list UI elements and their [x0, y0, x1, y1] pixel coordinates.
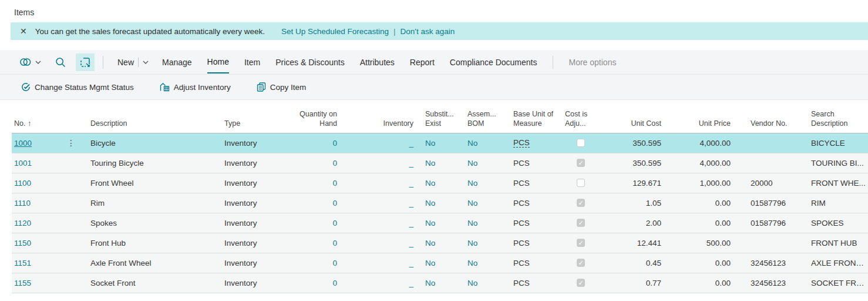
col-header-inventory[interactable]: Inventory [339, 119, 416, 132]
item-description[interactable]: Front Hub [88, 239, 222, 248]
col-header-substitutes-exist[interactable]: Substit... Exist [416, 109, 458, 133]
tab-home[interactable]: Home [207, 51, 229, 73]
item-no-link[interactable]: 1155 [14, 279, 31, 287]
assembly-bom-link[interactable]: No [458, 179, 504, 188]
item-no-link[interactable]: 1000 [14, 139, 32, 148]
unit-cost: 0.77 [599, 279, 664, 287]
substitutes-exist-link[interactable]: No [416, 279, 458, 287]
search-description: RIM [806, 199, 868, 208]
table-row[interactable]: 1151 Axle Front Wheel Inventory 0 _ No N… [12, 253, 868, 273]
assembly-bom-link[interactable]: No [458, 199, 504, 208]
inventory-link[interactable]: _ [339, 279, 416, 287]
new-button[interactable]: New [117, 58, 149, 67]
item-description[interactable]: Bicycle [88, 139, 222, 148]
item-no-link[interactable]: 1151 [14, 259, 31, 267]
close-icon[interactable]: ✕ [20, 26, 27, 36]
assembly-bom-link[interactable]: No [458, 139, 504, 148]
tab-manage[interactable]: Manage [162, 52, 192, 73]
item-description[interactable]: Front Wheel [88, 179, 222, 188]
more-options-button[interactable]: More options [568, 58, 616, 67]
col-header-quantity-on-hand[interactable]: Quantity on Hand [281, 109, 339, 133]
item-description[interactable]: Axle Front Wheel [88, 259, 222, 267]
inventory-link[interactable]: _ [339, 199, 416, 208]
substitutes-exist-link[interactable]: No [416, 139, 458, 148]
item-no-link[interactable]: 1110 [14, 199, 31, 208]
item-type: Inventory [222, 239, 281, 248]
base-unit-of-measure[interactable]: PCS [504, 159, 563, 168]
setup-forecasting-link[interactable]: Set Up Scheduled Forecasting [281, 27, 389, 36]
quantity-on-hand-link[interactable]: 0 [281, 199, 339, 208]
col-header-type[interactable]: Type [222, 119, 281, 132]
tab-report[interactable]: Report [410, 52, 435, 73]
base-unit-of-measure[interactable]: PCS [504, 259, 563, 267]
inventory-link[interactable]: _ [339, 179, 416, 188]
item-description[interactable]: Socket Front [88, 279, 222, 287]
quantity-on-hand-link[interactable]: 0 [281, 159, 339, 168]
tab-prices-discounts[interactable]: Prices & Discounts [275, 52, 344, 73]
quantity-on-hand-link[interactable]: 0 [281, 239, 339, 248]
item-no-link[interactable]: 1120 [14, 219, 31, 228]
inventory-link[interactable]: _ [339, 259, 416, 267]
substitutes-exist-link[interactable]: No [416, 199, 458, 208]
assembly-bom-link[interactable]: No [458, 219, 504, 228]
table-row[interactable]: 1110 Rim Inventory 0 _ No No PCS 1.05 0.… [12, 193, 868, 213]
inventory-link[interactable]: _ [339, 159, 416, 168]
col-header-description[interactable]: Description [88, 119, 222, 132]
inventory-link[interactable]: _ [339, 219, 416, 228]
tab-compliance-documents[interactable]: Compliance Documents [450, 52, 537, 73]
quantity-on-hand-link[interactable]: 0 [281, 219, 339, 228]
col-header-base-unit-of-measure[interactable]: Base Unit of Measure [504, 109, 563, 133]
quantity-on-hand-link[interactable]: 0 [281, 259, 339, 267]
table-row[interactable]: 1001 Touring Bicycle Inventory 0 _ No No… [12, 153, 868, 173]
col-header-no[interactable]: No. ↑ [12, 119, 65, 132]
item-no-link[interactable]: 1100 [14, 179, 31, 188]
base-unit-of-measure[interactable]: PCS [504, 199, 563, 208]
tab-item[interactable]: Item [244, 52, 260, 73]
table-row[interactable]: 1150 Front Hub Inventory 0 _ No No PCS 1… [12, 233, 868, 253]
item-description[interactable]: Rim [88, 199, 222, 208]
copy-item-button[interactable]: Copy Item [257, 82, 307, 92]
col-header-vendor-no[interactable]: Vendor No. [733, 119, 806, 132]
change-status-mgmt-status-button[interactable]: Change Status Mgmt Status [21, 82, 134, 92]
adjust-inventory-button[interactable]: Adjust Inventory [160, 82, 231, 92]
substitutes-exist-link[interactable]: No [416, 179, 458, 188]
analysis-mode-button[interactable] [76, 53, 95, 71]
action-label: Copy Item [270, 83, 307, 92]
substitutes-exist-link[interactable]: No [416, 219, 458, 228]
dont-ask-again-link[interactable]: Don't ask again [401, 27, 455, 36]
chevron-down-icon[interactable] [143, 61, 149, 64]
col-header-assembly-bom[interactable]: Assem... BOM [458, 109, 504, 133]
assembly-bom-link[interactable]: No [458, 279, 504, 287]
search-button[interactable] [51, 53, 70, 71]
substitutes-exist-link[interactable]: No [416, 159, 458, 168]
base-unit-of-measure[interactable]: PCS [504, 239, 563, 248]
quantity-on-hand-link[interactable]: 0 [281, 139, 339, 148]
quantity-on-hand-link[interactable]: 0 [281, 279, 339, 287]
item-no-link[interactable]: 1001 [14, 159, 32, 168]
assembly-bom-link[interactable]: No [458, 259, 504, 267]
quantity-on-hand-link[interactable]: 0 [281, 179, 339, 188]
base-unit-of-measure[interactable]: PCS [504, 279, 563, 287]
col-header-search-description[interactable]: Search Description [806, 109, 868, 133]
base-unit-of-measure[interactable]: PCS [504, 179, 563, 188]
tab-attributes[interactable]: Attributes [360, 52, 395, 73]
base-unit-of-measure[interactable]: PCS [504, 219, 563, 228]
col-header-unit-cost[interactable]: Unit Cost [599, 119, 664, 132]
col-header-unit-price[interactable]: Unit Price [664, 119, 733, 132]
item-description[interactable]: Spokes [88, 219, 222, 228]
table-row[interactable]: 1155 Socket Front Inventory 0 _ No No PC… [12, 273, 868, 293]
inventory-link[interactable]: _ [339, 239, 416, 248]
item-description[interactable]: Touring Bicycle [88, 159, 222, 168]
table-row[interactable]: 1000 ⋮ Bicycle Inventory 0 _ No No PCS 3… [12, 133, 868, 153]
table-row[interactable]: 1120 Spokes Inventory 0 _ No No PCS 2.00… [12, 213, 868, 233]
assembly-bom-link[interactable]: No [458, 159, 504, 168]
row-context-menu-icon[interactable]: ⋮ [67, 138, 75, 148]
col-header-cost-is-adjusted[interactable]: Cost is Adju... [563, 109, 599, 133]
inventory-link[interactable]: _ [339, 139, 416, 148]
views-button[interactable] [15, 53, 45, 71]
assembly-bom-link[interactable]: No [458, 239, 504, 248]
table-row[interactable]: 1100 Front Wheel Inventory 0 _ No No PCS… [12, 173, 868, 193]
substitutes-exist-link[interactable]: No [416, 239, 458, 248]
substitutes-exist-link[interactable]: No [416, 259, 458, 267]
item-no-link[interactable]: 1150 [14, 239, 31, 248]
